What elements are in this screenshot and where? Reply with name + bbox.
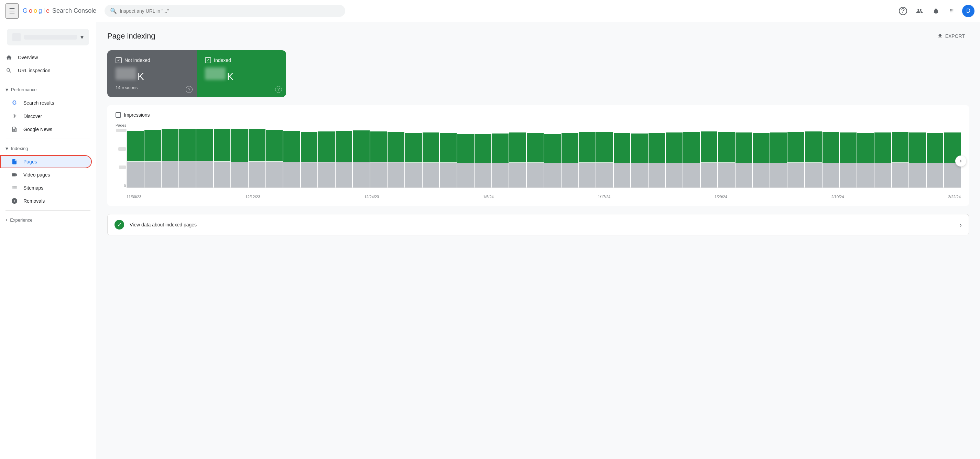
bar-not-indexed	[735, 163, 752, 188]
performance-section-label[interactable]: ▾ Performance	[0, 83, 96, 96]
bar-indexed	[631, 134, 648, 163]
indexed-card[interactable]: ✓ Indexed K ?	[197, 50, 286, 97]
account-button[interactable]	[913, 4, 926, 18]
sidebar-item-search-results[interactable]: G Search results	[0, 96, 92, 109]
chart-bar-group	[614, 129, 631, 188]
chart-bar-group	[214, 129, 231, 188]
chart-bar-group	[492, 129, 509, 188]
property-selector[interactable]: ▾	[7, 29, 89, 45]
bar-indexed	[457, 134, 474, 163]
search-input[interactable]	[120, 8, 340, 14]
bar-indexed	[318, 131, 335, 162]
menu-button[interactable]: ☰	[5, 3, 19, 19]
chart-bar-group	[562, 129, 578, 188]
bar-not-indexed	[788, 163, 804, 188]
indexed-header: ✓ Indexed	[205, 57, 278, 63]
bar-not-indexed	[336, 162, 352, 188]
chart-next-button[interactable]	[955, 156, 966, 167]
view-data-card[interactable]: ✓ View data about indexed pages ›	[107, 214, 969, 235]
chart-bar-group	[248, 129, 266, 188]
not-indexed-card[interactable]: ✓ Not indexed K 14 reasons ?	[107, 50, 197, 97]
bar-indexed	[474, 134, 492, 163]
sidebar-item-sitemaps[interactable]: Sitemaps	[0, 181, 92, 194]
account-icon	[916, 8, 923, 14]
apps-button[interactable]	[946, 4, 959, 18]
avatar[interactable]: D	[962, 5, 975, 17]
bar-indexed	[162, 129, 178, 161]
bar-not-indexed	[840, 163, 857, 188]
sidebar-item-video-pages[interactable]: Video pages	[0, 168, 92, 181]
bar-not-indexed	[353, 162, 370, 188]
notifications-button[interactable]	[929, 4, 943, 18]
not-indexed-k: K	[138, 71, 144, 82]
bar-indexed	[423, 132, 439, 163]
bar-not-indexed	[301, 163, 318, 188]
bar-indexed	[753, 133, 770, 163]
bar-not-indexed	[318, 163, 335, 188]
sidebar-item-url-inspection[interactable]: URL inspection	[0, 64, 92, 77]
bar-not-indexed	[944, 163, 961, 188]
chart-bar-group	[840, 129, 857, 188]
bar-not-indexed	[718, 163, 735, 188]
search-bar[interactable]: 🔍	[105, 5, 345, 17]
bar-indexed	[440, 133, 457, 163]
bar-not-indexed	[527, 163, 544, 188]
indexed-label: Indexed	[214, 57, 231, 63]
sidebar-item-discover[interactable]: ✳ Discover	[0, 109, 92, 123]
sidebar: ▾ Overview URL inspection ▾ Performance …	[0, 22, 96, 459]
sidebar-item-pages[interactable]: Pages	[0, 155, 92, 168]
bar-indexed	[562, 133, 578, 163]
x-label-2: 12/24/23	[364, 195, 379, 199]
chart-section: Impressions Pages 0 11/30/23 12/12/23 12	[107, 105, 969, 206]
bar-indexed	[805, 131, 822, 163]
chart-bar-group	[770, 129, 787, 188]
bar-not-indexed	[145, 162, 161, 188]
chart-bar-group	[336, 129, 352, 188]
bar-not-indexed	[283, 162, 300, 188]
sidebar-item-overview[interactable]: Overview	[0, 51, 92, 64]
bar-indexed	[388, 132, 404, 162]
sidebar-item-google-news[interactable]: Google News	[0, 123, 92, 136]
chart-bar-group	[231, 129, 248, 188]
removals-icon	[11, 198, 18, 204]
header: ☰ Google Search Console 🔍 ? D	[0, 0, 980, 22]
indexing-section-label[interactable]: ▾ Indexing	[0, 142, 96, 155]
chart-bar-group	[370, 129, 387, 188]
logo-o1: o	[29, 7, 32, 14]
chart-bar-group	[701, 129, 718, 188]
chart-bar-group	[735, 129, 752, 188]
indexed-help[interactable]: ?	[275, 86, 282, 93]
experience-label: Experience	[10, 217, 32, 223]
chart-bar-group	[509, 129, 526, 188]
not-indexed-help[interactable]: ?	[186, 86, 192, 93]
export-button[interactable]: EXPORT	[933, 30, 969, 42]
bar-not-indexed	[214, 162, 231, 188]
sidebar-item-removals[interactable]: Removals	[0, 194, 92, 207]
main-content: Page indexing EXPORT ✓ Not indexed K 14 …	[96, 22, 980, 459]
chart-bar-group	[683, 129, 700, 188]
sidebar-item-search-results-label: Search results	[23, 100, 54, 106]
impressions-checkbox[interactable]: Impressions	[116, 112, 961, 118]
x-label-7: 2/22/24	[948, 195, 961, 199]
bar-indexed	[788, 132, 804, 163]
help-button[interactable]: ?	[896, 4, 910, 18]
not-indexed-header: ✓ Not indexed	[116, 57, 188, 63]
bar-not-indexed	[405, 163, 422, 188]
sidebar-item-sitemaps-label: Sitemaps	[23, 185, 43, 191]
sidebar-item-url-inspection-label: URL inspection	[18, 68, 50, 73]
not-indexed-label: Not indexed	[124, 57, 150, 63]
bar-indexed	[875, 132, 891, 163]
experience-section-label[interactable]: › Experience	[0, 214, 96, 226]
google-g-icon: G	[11, 100, 18, 106]
chart-bar-group	[127, 129, 144, 188]
indexed-k: K	[227, 71, 234, 82]
y-axis-labels: 0	[116, 129, 126, 188]
sidebar-item-removals-label: Removals	[23, 198, 45, 204]
bar-indexed	[145, 130, 161, 161]
chart-bar-group	[805, 129, 822, 188]
bar-indexed	[822, 132, 839, 163]
export-label: EXPORT	[945, 33, 965, 39]
not-indexed-number	[116, 67, 136, 80]
x-label-0: 11/30/23	[127, 195, 141, 199]
bar-indexed	[301, 132, 318, 162]
